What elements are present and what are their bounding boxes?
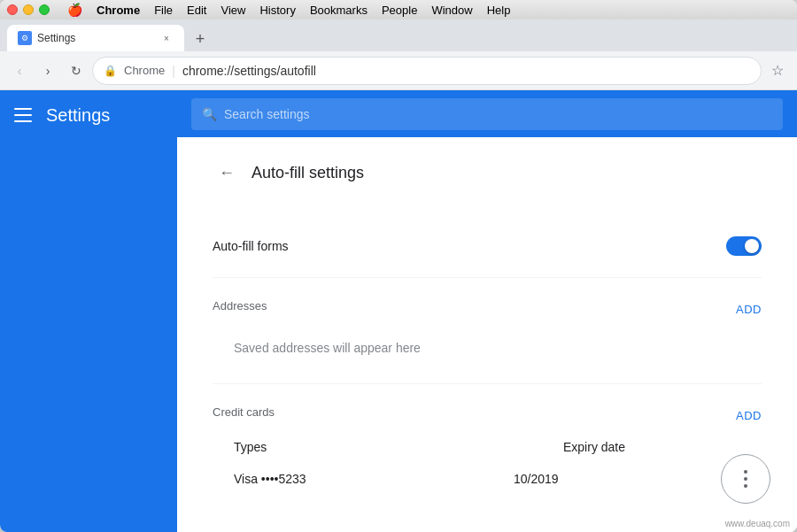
mac-menu-bar: 🍎 Chrome File Edit View History Bookmark… [60, 0, 517, 19]
bookmarks-menu-item[interactable]: Bookmarks [303, 0, 375, 19]
settings-sidebar: Settings [0, 90, 177, 532]
creditcards-section: Credit cards ADD Types Expiry date Visa … [213, 384, 762, 511]
bookmark-button[interactable]: ☆ [765, 58, 790, 83]
autofill-toggle[interactable] [726, 236, 762, 256]
minimize-window-button[interactable] [23, 4, 34, 15]
back-button[interactable]: ‹ [7, 58, 32, 83]
view-menu-item[interactable]: View [213, 0, 252, 19]
reload-button[interactable]: ↻ [64, 58, 89, 83]
people-menu-item[interactable]: People [375, 0, 424, 19]
back-icon: ‹ [18, 64, 22, 78]
omnibox[interactable]: 🔒 Chrome | chrome://settings/autofill [92, 57, 762, 85]
creditcards-heading: Credit cards [213, 405, 275, 419]
three-dots-icon [744, 470, 747, 488]
help-menu-item[interactable]: Help [480, 0, 518, 19]
sidebar-header: Settings [0, 90, 177, 140]
omnibox-separator: | [172, 64, 175, 78]
addresses-header-row: Addresses ADD [213, 292, 762, 327]
settings-main-wrapper: 🔍 Search settings ← Auto-fill settings A… [177, 90, 797, 532]
search-icon: 🔍 [202, 107, 217, 121]
omnibox-url-path: autofill [280, 64, 315, 78]
col-types-header: Types [234, 440, 563, 454]
card-more-options-button[interactable] [721, 454, 770, 504]
apple-menu-icon[interactable]: 🍎 [60, 3, 89, 17]
sidebar-title: Settings [46, 105, 110, 126]
credit-card-row: Visa ••••5233 10/2019 [213, 461, 762, 497]
addresses-heading: Addresses [213, 299, 267, 312]
fullscreen-window-button[interactable] [39, 4, 50, 15]
omnibox-chrome-label: Chrome [124, 64, 165, 77]
history-menu-item[interactable]: History [252, 0, 302, 19]
settings-topbar: 🔍 Search settings [177, 90, 797, 137]
settings-tab[interactable]: ⚙ Settings × [7, 25, 184, 51]
tab-bar: ⚙ Settings × + [0, 19, 797, 51]
lock-icon: 🔒 [104, 65, 117, 77]
tab-favicon: ⚙ [18, 31, 32, 45]
tab-close-button[interactable]: × [159, 31, 174, 45]
edit-menu-item[interactable]: Edit [180, 0, 213, 19]
page-header: ← Auto-fill settings [213, 158, 762, 187]
addresses-section: Addresses ADD Saved addresses will appea… [213, 278, 762, 384]
file-menu-item[interactable]: File [147, 0, 180, 19]
window-menu-item[interactable]: Window [424, 0, 479, 19]
browser-content: Settings 🔍 Search settings ← Auto-fill s… [0, 90, 797, 532]
reload-icon: ↻ [71, 64, 81, 78]
page-title: Auto-fill settings [251, 164, 364, 182]
col-expiry-header: Expiry date [563, 440, 687, 454]
watermark: www.deuaq.com [725, 519, 790, 528]
tab-title: Settings [37, 32, 154, 44]
bookmark-icon: ☆ [771, 62, 784, 79]
settings-search-bar[interactable]: 🔍 Search settings [191, 98, 783, 130]
browser-toolbar: ‹ › ↻ 🔒 Chrome | chrome://settings/autof… [0, 51, 797, 90]
addresses-add-button[interactable]: ADD [736, 303, 762, 316]
new-tab-button[interactable]: + [188, 27, 213, 51]
autofill-row: Auto-fill forms [213, 229, 762, 263]
settings-content: ← Auto-fill settings Auto-fill forms Add… [177, 137, 797, 532]
chrome-menu-item[interactable]: Chrome [89, 0, 147, 19]
card-name: Visa ••••5233 [234, 472, 514, 486]
close-window-button[interactable] [7, 4, 18, 15]
creditcards-table-header: Types Expiry date [213, 433, 762, 461]
traffic-lights [7, 4, 50, 15]
creditcards-add-button[interactable]: ADD [736, 409, 762, 422]
addresses-empty-text: Saved addresses will appear here [213, 327, 762, 369]
card-expiry: 10/2019 [514, 472, 638, 486]
hamburger-menu-button[interactable] [14, 108, 32, 122]
forward-icon: › [46, 64, 50, 78]
forward-button[interactable]: › [35, 58, 60, 83]
page-back-button[interactable]: ← [213, 158, 241, 187]
creditcards-header-row: Credit cards ADD [213, 398, 762, 433]
autofill-label: Auto-fill forms [213, 239, 289, 253]
omnibox-url: chrome://settings/autofill [182, 64, 316, 78]
search-placeholder: Search settings [224, 107, 310, 121]
autofill-section: Auto-fill forms [213, 215, 762, 278]
mac-titlebar: 🍎 Chrome File Edit View History Bookmark… [0, 0, 797, 19]
